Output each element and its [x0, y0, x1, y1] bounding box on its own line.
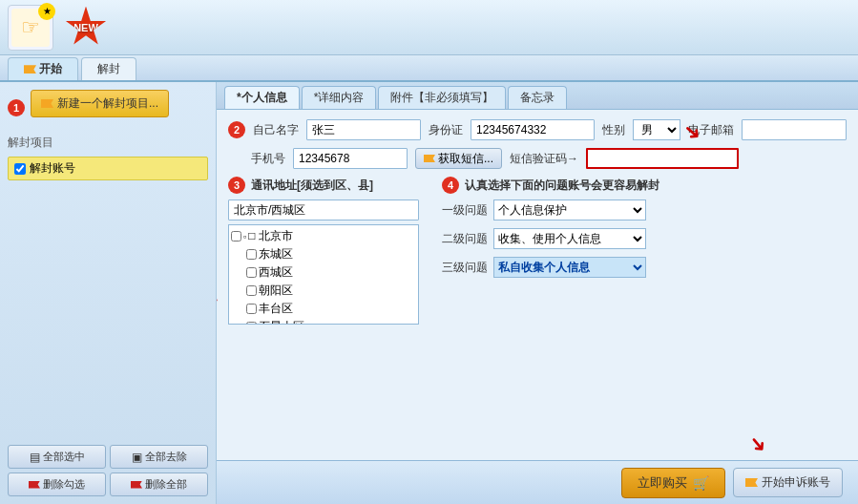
- new-project-button[interactable]: 新建一个解封项目...: [31, 90, 169, 117]
- tree-node-beijing[interactable]: ▫ □ 北京市: [231, 227, 416, 245]
- address-input[interactable]: [228, 200, 419, 220]
- address-section: 3 通讯地址[须选到区、县] ▫ □ 北京市: [228, 177, 419, 325]
- sms-verify-input[interactable]: [586, 148, 739, 169]
- tree-checkbox-fengtai[interactable]: [246, 304, 257, 314]
- step4-tip: 认真选择下面的问题账号会更容易解封: [465, 178, 659, 194]
- sidebar-bottom: ▤ 全部选中 ▣ 全部去除 删除勾选 删除全部: [8, 445, 208, 496]
- name-input[interactable]: [306, 119, 421, 140]
- q2-select[interactable]: 收集、使用个人信息: [493, 228, 646, 249]
- form-row-1: 2 自己名字 身份证 性别 男 女 电子邮箱: [228, 119, 847, 140]
- q2-row: 二级问题 收集、使用个人信息: [442, 228, 847, 249]
- phone-input[interactable]: [293, 148, 408, 169]
- step3-badge: 3: [228, 177, 245, 194]
- arrow-tree-icon: ➜: [217, 288, 222, 318]
- step4-badge: 4: [442, 177, 459, 194]
- gender-label: 性别: [602, 122, 625, 138]
- tree-checkbox-dongcheng[interactable]: [246, 249, 257, 260]
- id-input[interactable]: [471, 119, 595, 140]
- tab-bar: 开始 解封: [0, 55, 858, 82]
- sidebar: 1 新建一个解封项目... 解封项目 解封账号 ▤ 全部选中 ▣ 全部去除 删除…: [0, 82, 217, 504]
- tab-attachment[interactable]: 附件【非必须填写】: [378, 86, 506, 109]
- delete-all-flag-icon: [131, 481, 142, 489]
- delete-all-button[interactable]: 删除全部: [110, 472, 208, 496]
- tree-node-chaoyang[interactable]: 朝阳区: [231, 282, 416, 300]
- sms-button[interactable]: 获取短信...: [415, 148, 502, 169]
- sidebar-section-label: 解封项目: [8, 133, 208, 153]
- select-all-icon: ▤: [30, 451, 40, 464]
- main-layout: 1 新建一个解封项目... 解封项目 解封账号 ▤ 全部选中 ▣ 全部去除 删除…: [0, 82, 858, 504]
- tree-node-xicheng[interactable]: 西城区: [231, 263, 416, 282]
- address-label: 通讯地址[须选到区、县]: [251, 178, 373, 194]
- two-col-section: 3 通讯地址[须选到区、县] ▫ □ 北京市: [228, 177, 847, 325]
- tab-personal-info[interactable]: *个人信息: [224, 86, 300, 109]
- section-header-3: 3 通讯地址[须选到区、县]: [228, 177, 419, 194]
- tree-checkbox-shijingshan[interactable]: [246, 322, 257, 325]
- tree-node-fengtai[interactable]: 丰台区: [231, 300, 416, 318]
- q3-row: 三级问题 私自收集个人信息: [442, 257, 847, 278]
- q2-label: 二级问题: [442, 231, 488, 247]
- q3-select[interactable]: 私自收集个人信息: [493, 257, 646, 278]
- section-header-4: 4 认真选择下面的问题账号会更容易解封: [442, 177, 847, 194]
- tab-detail[interactable]: *详细内容: [302, 86, 377, 109]
- tree-node-dongcheng[interactable]: 东城区: [231, 245, 416, 263]
- form-area: 2 自己名字 身份证 性别 男 女 电子邮箱 手机号 获取短信...: [217, 110, 858, 460]
- toolbar: ☞ ★ NEW: [0, 0, 858, 55]
- deselect-all-icon: ▣: [132, 451, 142, 464]
- q1-row: 一级问题 个人信息保护: [442, 200, 847, 220]
- delete-selected-flag-icon: [29, 481, 40, 489]
- content-area: *个人信息 *详细内容 附件【非必须填写】 备忘录 2 自己名字 身份证 性别: [217, 82, 858, 504]
- sidebar-item-checkbox[interactable]: [14, 163, 26, 175]
- delete-selected-button[interactable]: 删除勾选: [8, 472, 106, 496]
- tree-node-shijingshan[interactable]: 石景山区: [231, 318, 416, 325]
- tab-start[interactable]: 开始: [8, 57, 78, 80]
- select-all-button[interactable]: ▤ 全部选中: [8, 445, 106, 469]
- step1-badge: 1: [8, 99, 25, 116]
- email-input[interactable]: [742, 119, 847, 140]
- action-bar: ➜ 立即购买 🛒 开始申诉账号: [217, 460, 858, 504]
- tree-checkbox-beijing[interactable]: [231, 231, 241, 242]
- content-tabs: *个人信息 *详细内容 附件【非必须填写】 备忘录: [217, 82, 858, 110]
- sms-verify-label: 短信验证码→: [510, 151, 578, 167]
- q1-select[interactable]: 个人信息保护: [493, 200, 646, 220]
- new-badge: NEW: [65, 7, 107, 49]
- submit-button[interactable]: 开始申诉账号: [733, 468, 843, 497]
- deselect-all-button[interactable]: ▣ 全部去除: [110, 445, 208, 469]
- flag-icon-sms: [424, 155, 435, 162]
- name-label: 自己名字: [253, 122, 299, 138]
- address-tree[interactable]: ▫ □ 北京市 东城区 西城区: [228, 224, 419, 325]
- tree-expand-icon: ▫: [243, 232, 246, 242]
- security-section: 4 认真选择下面的问题账号会更容易解封 一级问题 个人信息保护 二级问题 收集、…: [427, 177, 847, 325]
- app-logo: ☞ ★: [8, 5, 53, 51]
- star-badge: ★: [38, 3, 55, 20]
- q1-label: 一级问题: [442, 202, 488, 219]
- buy-button[interactable]: 立即购买 🛒: [621, 468, 725, 498]
- flag-icon-new: [41, 99, 53, 108]
- form-row-2: 手机号 获取短信... 短信验证码→ ➜: [228, 148, 847, 169]
- q3-label: 三级问题: [442, 260, 488, 276]
- tab-memo[interactable]: 备忘录: [508, 86, 567, 109]
- cart-icon: 🛒: [693, 475, 709, 491]
- hand-icon: ☞: [21, 15, 40, 40]
- phone-label: 手机号: [251, 151, 285, 167]
- step2-badge: 2: [228, 121, 245, 138]
- tree-checkbox-xicheng[interactable]: [246, 267, 257, 278]
- id-label: 身份证: [429, 122, 463, 138]
- gender-select[interactable]: 男 女: [633, 119, 680, 140]
- tree-checkbox-chaoyang[interactable]: [246, 285, 257, 296]
- sidebar-item-unseal[interactable]: 解封账号: [8, 157, 208, 180]
- tab-unseal[interactable]: 解封: [81, 57, 136, 80]
- flag-icon-start: [24, 65, 36, 74]
- flag-icon-submit: [745, 478, 758, 487]
